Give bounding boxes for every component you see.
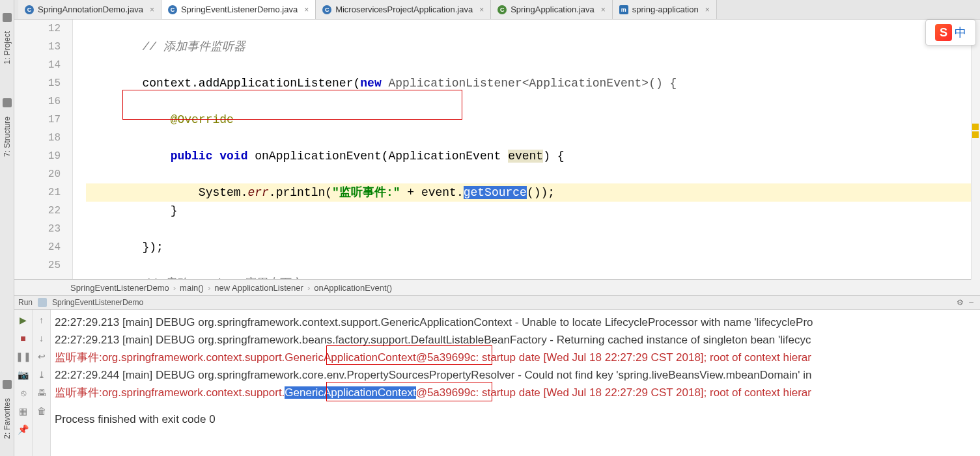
keyword-public-void: public void [171,150,248,163]
gear-icon[interactable]: ⚙ [957,298,964,307]
markdown-file-icon: m [619,5,628,14]
code-text: } [171,204,178,217]
field-err: err [247,186,268,199]
project-tool-tab[interactable]: 1: Project [3,31,12,64]
run-panel-header: Run SpringEventListenerDemo ⚙ – [14,295,980,310]
tab-label: MicroservicesProjectApplication.java [335,5,473,14]
left-tool-rail: 1: Project 7: Structure 2: Favorites [0,0,14,456]
line-number: 19 [14,147,61,165]
ime-mode[interactable]: 中 [955,25,966,40]
line-number: 26 [14,275,61,280]
tab-spring-annotation-demo[interactable]: C SpringAnnotationDemo.java × [18,0,161,19]
library-class-icon: C [497,5,507,14]
layout-button[interactable]: ▦ [18,406,29,416]
exit-button[interactable]: ⎋ [18,388,29,398]
code-editor[interactable]: 12 13 14 15 16 17 18 19 20 21 22 23 24 2… [14,20,980,280]
sogou-logo-icon: S [935,24,952,41]
console-line: 22:27:29.244 [main] DEBUG org.springfram… [55,366,977,384]
java-class-icon: C [25,5,34,14]
breadcrumb: SpringEventListenerDemo› main()› new App… [70,280,392,295]
breadcrumb-item[interactable]: new ApplicationListener [214,283,303,293]
close-icon[interactable]: × [304,5,309,14]
code-text: }); [142,241,163,254]
close-icon[interactable]: × [601,5,606,14]
tab-spring-application-md[interactable]: m spring-application × [613,0,717,19]
keyword-new: new [360,77,381,90]
run-config-icon [38,298,47,307]
tab-spring-application-class[interactable]: C SpringApplication.java × [491,0,613,19]
annotation-override: @Override [171,113,234,126]
structure-icon[interactable] [3,98,12,107]
favorites-icon[interactable] [3,380,12,389]
java-class-icon: C [168,5,177,14]
console-exit-line: Process finished with exit code 0 [55,410,977,428]
breadcrumb-item[interactable]: SpringEventListenerDemo [70,283,169,293]
code-text: ()); [527,186,555,199]
code-text: ApplicationListener<ApplicationEvent>() … [382,77,677,90]
method-name: onApplicationEvent(ApplicationEvent [247,150,508,163]
run-console-panel: ▶ ■ ❚❚ 📷 ⎋ ▦ 📌 ↑ ↓ ↩ ⤓ 🖶 🗑 22:27:29.213 … [14,310,980,456]
project-icon[interactable] [3,13,12,22]
editor-tabbar: C SpringAnnotationDemo.java × C SpringEv… [14,0,980,20]
up-button[interactable]: ↑ [36,315,47,325]
warning-marker[interactable] [972,124,979,130]
line-number: 17 [14,111,61,129]
pin-button[interactable]: 📌 [18,424,29,435]
line-number: 12 [14,20,61,38]
close-icon[interactable]: × [479,5,484,14]
line-number: 20 [14,165,61,183]
scroll-to-end-button[interactable]: ⤓ [36,369,47,380]
console-error-line: 监听事件:org.springframework.context.support… [55,349,977,366]
chevron-right-icon: › [208,283,210,293]
console-error-line: 监听事件:org.springframework.context.support… [55,384,977,401]
tab-label: SpringAnnotationDemo.java [38,5,143,14]
line-number-gutter: 12 13 14 15 16 17 18 19 20 21 22 23 24 2… [14,20,73,279]
line-number: 13 [14,38,61,56]
console-output[interactable]: 22:27:29.213 [main] DEBUG org.springfram… [51,310,980,456]
editor-marker-strip[interactable] [971,20,980,280]
stop-button[interactable]: ■ [18,333,29,343]
console-line: 22:27:29.213 [main] DEBUG org.springfram… [55,331,977,349]
close-icon[interactable]: × [705,5,710,14]
run-toolbar-secondary: ↑ ↓ ↩ ⤓ 🖶 🗑 [33,310,51,456]
minimize-icon[interactable]: – [969,298,973,307]
code-text: ) { [543,150,564,163]
pause-button[interactable]: ❚❚ [18,351,29,362]
soft-wrap-button[interactable]: ↩ [36,351,47,362]
selected-text: getSource [464,186,527,199]
code-text: System. [199,186,248,199]
close-icon[interactable]: × [150,5,154,14]
structure-tool-tab[interactable]: 7: Structure [3,116,12,157]
print-button[interactable]: 🖶 [36,388,47,398]
tab-label: spring-application [632,5,699,14]
console-line: 22:27:29.213 [main] DEBUG org.springfram… [55,314,977,331]
line-number: 14 [14,56,61,74]
line-number: 25 [14,256,61,275]
line-number: 16 [14,92,61,111]
down-button[interactable]: ↓ [36,333,47,343]
selected-text: GenericApplicationContext [285,386,415,399]
code-comment: // 添加事件监听器 [142,40,245,53]
tab-label: SpringEventListenerDemo.java [181,5,298,14]
clear-all-button[interactable]: 🗑 [36,406,47,416]
code-text: .println( [269,186,332,199]
breadcrumb-item[interactable]: onApplicationEvent() [314,283,392,293]
warning-marker[interactable] [972,131,979,138]
rerun-button[interactable]: ▶ [18,315,29,325]
dump-threads-button[interactable]: 📷 [18,369,29,380]
chevron-right-icon: › [173,283,176,293]
tab-spring-event-listener-demo[interactable]: C SpringEventListenerDemo.java × [161,0,316,19]
code-text: context.addApplicationListener( [142,77,360,90]
line-number: 23 [14,220,61,238]
line-number: 21 [14,183,61,202]
java-class-icon: C [322,5,331,14]
favorites-tool-tab[interactable]: 2: Favorites [3,398,12,439]
run-config-name[interactable]: SpringEventListenerDemo [52,298,143,307]
ime-indicator[interactable]: S 中 [925,20,976,46]
tab-microservices-project-application[interactable]: C MicroservicesProjectApplication.java × [316,0,491,19]
chevron-right-icon: › [307,283,310,293]
line-number: 18 [14,129,61,147]
breadcrumb-item[interactable]: main() [180,283,204,293]
code-area[interactable]: // 添加事件监听器 context.addApplicationListene… [73,20,980,279]
run-toolbar-primary: ▶ ■ ❚❚ 📷 ⎋ ▦ 📌 [14,310,33,456]
